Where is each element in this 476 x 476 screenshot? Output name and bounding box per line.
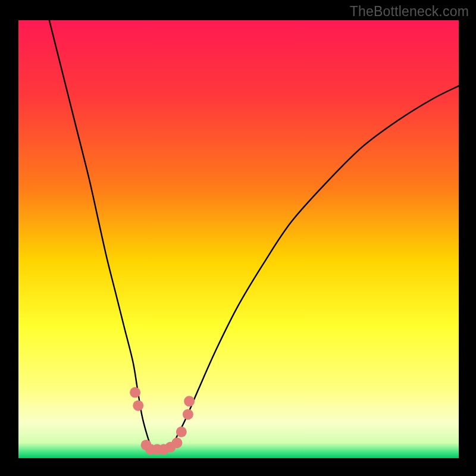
highlight-marker xyxy=(183,409,193,419)
watermark-text: TheBottleneck.com xyxy=(350,4,469,20)
chart-svg xyxy=(18,20,459,458)
highlight-marker xyxy=(133,400,143,411)
highlight-marker xyxy=(171,437,182,448)
chart-frame: TheBottleneck.com xyxy=(0,0,476,476)
highlight-marker xyxy=(176,427,187,437)
chart-background-gradient xyxy=(18,20,459,458)
highlight-marker xyxy=(184,396,195,406)
highlight-marker xyxy=(130,387,140,398)
chart-plot-area xyxy=(18,20,459,458)
